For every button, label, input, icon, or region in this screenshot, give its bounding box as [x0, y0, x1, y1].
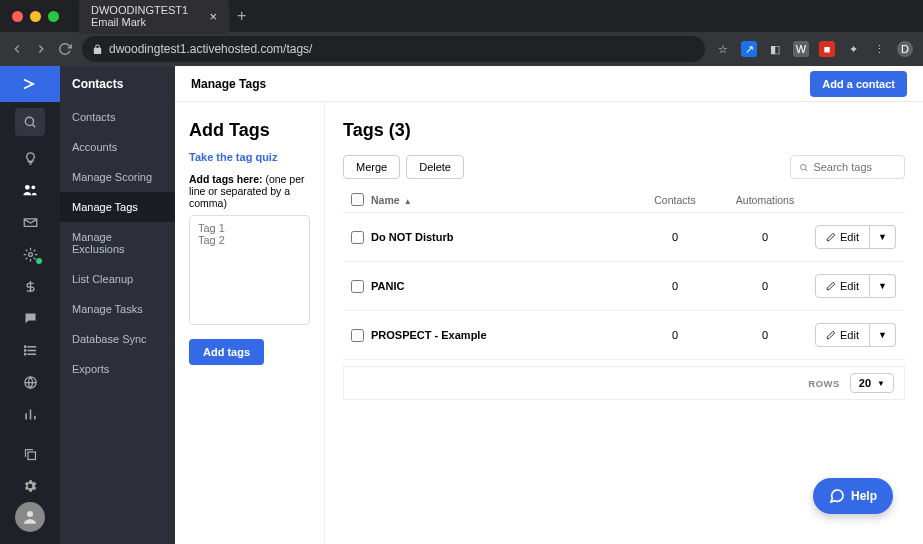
- close-window-icon[interactable]: [12, 11, 23, 22]
- col-automations[interactable]: Automations: [715, 194, 815, 206]
- back-button[interactable]: [10, 42, 24, 56]
- table-row: PROSPECT - Example 0 0 Edit ▼: [343, 311, 905, 360]
- row-menu-button[interactable]: ▼: [870, 274, 896, 298]
- svg-point-10: [24, 353, 25, 354]
- edit-button[interactable]: Edit: [815, 323, 870, 347]
- sidebar-item-manage-tasks[interactable]: Manage Tasks: [60, 294, 175, 324]
- svg-line-1: [33, 125, 36, 128]
- chat-icon: [829, 488, 845, 504]
- user-avatar[interactable]: [15, 502, 45, 532]
- maximize-window-icon[interactable]: [48, 11, 59, 22]
- list-icon[interactable]: [0, 334, 60, 366]
- tag-contacts: 0: [635, 280, 715, 292]
- page-title: Manage Tags: [191, 77, 266, 91]
- svg-point-2: [25, 185, 30, 190]
- svg-point-4: [28, 252, 32, 256]
- row-checkbox[interactable]: [351, 280, 364, 293]
- svg-point-16: [27, 511, 33, 517]
- sidebar-item-manage-scoring[interactable]: Manage Scoring: [60, 162, 175, 192]
- sidebar: Contacts Contacts Accounts Manage Scorin…: [60, 66, 175, 544]
- lightbulb-icon[interactable]: [0, 142, 60, 174]
- row-menu-button[interactable]: ▼: [870, 323, 896, 347]
- tag-contacts: 0: [635, 329, 715, 341]
- tags-textarea[interactable]: [189, 215, 310, 325]
- mail-icon[interactable]: [0, 206, 60, 238]
- settings-icon[interactable]: [0, 470, 60, 502]
- reload-button[interactable]: [58, 42, 72, 56]
- search-icon[interactable]: [15, 108, 45, 136]
- sidebar-item-manage-exclusions[interactable]: Manage Exclusions: [60, 222, 175, 264]
- merge-button[interactable]: Merge: [343, 155, 400, 179]
- tag-automations: 0: [715, 280, 815, 292]
- svg-point-9: [24, 349, 25, 350]
- add-tags-button[interactable]: Add tags: [189, 339, 264, 365]
- sidebar-item-list-cleanup[interactable]: List Cleanup: [60, 264, 175, 294]
- search-icon: [799, 162, 808, 173]
- svg-point-8: [24, 346, 25, 347]
- globe-icon[interactable]: [0, 366, 60, 398]
- contacts-icon[interactable]: [0, 174, 60, 206]
- rows-select[interactable]: 20 ▼: [850, 373, 894, 393]
- sidebar-item-accounts[interactable]: Accounts: [60, 132, 175, 162]
- sidebar-item-database-sync[interactable]: Database Sync: [60, 324, 175, 354]
- icon-rail: [0, 66, 60, 544]
- edit-button[interactable]: Edit: [815, 274, 870, 298]
- row-checkbox[interactable]: [351, 231, 364, 244]
- reports-icon[interactable]: [0, 398, 60, 430]
- new-tab-button[interactable]: +: [237, 7, 246, 25]
- extension-icon[interactable]: ■: [819, 41, 835, 57]
- profile-avatar[interactable]: D: [897, 41, 913, 57]
- browser-tab[interactable]: DWOODINGTEST1 Email Mark ×: [79, 0, 229, 34]
- tab-title: DWOODINGTEST1 Email Mark: [91, 4, 201, 28]
- dollar-icon[interactable]: [0, 270, 60, 302]
- tag-quiz-link[interactable]: Take the tag quiz: [189, 151, 310, 163]
- close-tab-icon[interactable]: ×: [209, 9, 217, 24]
- svg-point-0: [25, 117, 33, 125]
- edit-button[interactable]: Edit: [815, 225, 870, 249]
- rows-label: ROWS: [808, 378, 840, 389]
- add-contact-button[interactable]: Add a contact: [810, 71, 907, 97]
- add-tags-title: Add Tags: [189, 120, 310, 141]
- help-button[interactable]: Help: [813, 478, 893, 514]
- minimize-window-icon[interactable]: [30, 11, 41, 22]
- pagination-bar: ROWS 20 ▼: [343, 366, 905, 400]
- sidebar-item-exports[interactable]: Exports: [60, 354, 175, 384]
- app-logo[interactable]: [0, 66, 60, 102]
- tag-contacts: 0: [635, 231, 715, 243]
- table-row: PANIC 0 0 Edit ▼: [343, 262, 905, 311]
- select-all-checkbox[interactable]: [351, 193, 364, 206]
- tags-title: Tags (3): [343, 120, 905, 141]
- conversations-icon[interactable]: [0, 302, 60, 334]
- svg-point-3: [31, 185, 35, 189]
- row-menu-button[interactable]: ▼: [870, 225, 896, 249]
- pencil-icon: [826, 330, 836, 340]
- sidebar-item-manage-tags[interactable]: Manage Tags: [60, 192, 175, 222]
- copy-icon[interactable]: [0, 438, 60, 470]
- search-tags-box[interactable]: [790, 155, 905, 179]
- bookmark-icon[interactable]: ☆: [715, 41, 731, 57]
- browser-menu-icon[interactable]: ⋮: [871, 41, 887, 57]
- tag-name: PROSPECT - Example: [371, 329, 635, 341]
- forward-button[interactable]: [34, 42, 48, 56]
- extension-icon[interactable]: W: [793, 41, 809, 57]
- extensions-menu-icon[interactable]: ✦: [845, 41, 861, 57]
- extension-icon[interactable]: ↗: [741, 41, 757, 57]
- extension-icon[interactable]: ◧: [767, 41, 783, 57]
- deals-icon[interactable]: [0, 238, 60, 270]
- table-row: Do NOT Disturb 0 0 Edit ▼: [343, 213, 905, 262]
- delete-button[interactable]: Delete: [406, 155, 464, 179]
- sidebar-item-contacts[interactable]: Contacts: [60, 102, 175, 132]
- tag-automations: 0: [715, 231, 815, 243]
- sidebar-header: Contacts: [60, 66, 175, 102]
- col-name[interactable]: Name ▲: [371, 194, 635, 206]
- row-checkbox[interactable]: [351, 329, 364, 342]
- address-bar[interactable]: dwoodingtest1.activehosted.com/tags/: [82, 36, 705, 62]
- pencil-icon: [826, 281, 836, 291]
- browser-titlebar: DWOODINGTEST1 Email Mark × +: [0, 0, 923, 32]
- sort-asc-icon: ▲: [402, 197, 412, 206]
- add-tags-hint: Add tags here: (one per line or separate…: [189, 173, 310, 209]
- search-tags-input[interactable]: [813, 161, 896, 173]
- lock-icon: [92, 44, 103, 55]
- tag-automations: 0: [715, 329, 815, 341]
- col-contacts[interactable]: Contacts: [635, 194, 715, 206]
